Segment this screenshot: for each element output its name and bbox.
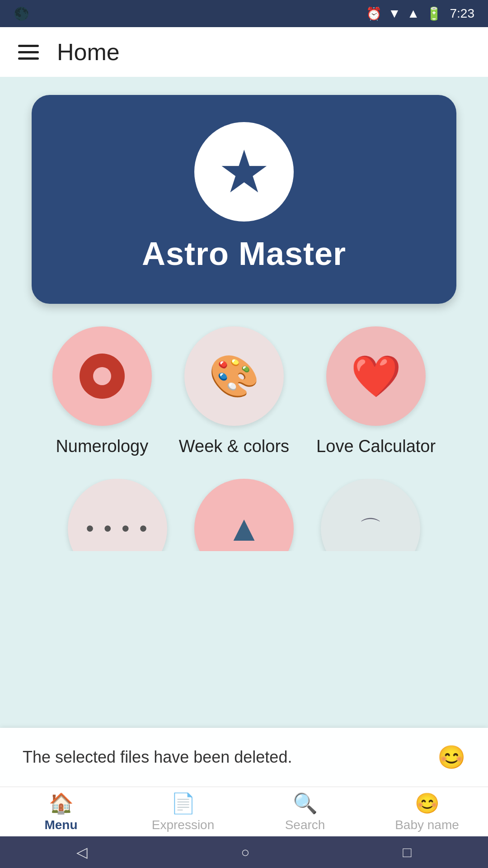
nav-label-search: Search (285, 818, 325, 832)
top-bar: Home (0, 27, 488, 77)
circle-outline-icon: ⌒ (359, 514, 382, 544)
status-bar: 🌑 ⏰ ▼ ▲ 🔋 7:23 (0, 0, 488, 27)
gear-inner (93, 367, 111, 385)
back-button[interactable]: ◁ (76, 844, 88, 861)
clock-time: 7:23 (450, 6, 475, 21)
partial-circle-3[interactable]: ⌒ (321, 479, 420, 551)
numerology-circle (52, 326, 152, 426)
snackbar-emoji: 😊 (437, 744, 465, 770)
feature-item-love-calculator[interactable]: ❤️ Love Calculator (316, 326, 436, 456)
page-title: Home (57, 38, 120, 66)
gear-icon (80, 354, 125, 399)
system-nav: ◁ ○ □ (0, 836, 488, 868)
love-calc-label: Love Calculator (316, 437, 436, 456)
status-right: ⏰ ▼ ▲ 🔋 7:23 (366, 6, 474, 21)
bottom-nav: 🏠 Menu 📄 Expression 🔍 Search 😊 Baby name (0, 787, 488, 836)
dots-icon: • • • • (86, 515, 149, 542)
partial-circle-1[interactable]: • • • • (68, 479, 167, 551)
recent-button[interactable]: □ (403, 844, 411, 861)
status-icons: ⏰ ▼ ▲ 🔋 (366, 6, 441, 21)
love-calc-circle: ❤️ (326, 326, 426, 426)
hamburger-line-2 (18, 51, 39, 53)
nav-item-menu[interactable]: 🏠 Menu (0, 792, 122, 832)
snackbar-message: The selected files have been deleted. (23, 748, 292, 767)
nav-label-baby-name: Baby name (395, 818, 459, 832)
status-left: 🌑 (14, 6, 29, 21)
heart-icon: ❤️ (351, 353, 401, 400)
nav-item-baby-name[interactable]: 😊 Baby name (366, 792, 488, 832)
nav-item-expression[interactable]: 📄 Expression (122, 792, 244, 832)
star-icon: ★ (218, 142, 271, 201)
hero-title: Astro Master (142, 235, 346, 272)
wifi-icon: ▼ (388, 6, 401, 21)
feature-grid-partial: • • • • ▲ ⌒ (18, 479, 470, 551)
alarm-icon: ⏰ (366, 6, 382, 21)
week-colors-label: Week & colors (179, 437, 289, 456)
moon-icon: 🌑 (14, 6, 29, 21)
hamburger-line-1 (18, 45, 39, 47)
numerology-label: Numerology (56, 437, 148, 456)
arrow-up-icon: ▲ (226, 508, 262, 549)
search-icon: 🔍 (293, 792, 318, 815)
baby-icon: 😊 (415, 792, 440, 815)
hamburger-line-3 (18, 57, 39, 60)
home-button[interactable]: ○ (241, 844, 249, 861)
nav-item-search[interactable]: 🔍 Search (244, 792, 366, 832)
battery-icon: 🔋 (426, 6, 442, 21)
nav-label-menu: Menu (44, 818, 77, 832)
signal-icon: ▲ (407, 6, 420, 21)
hero-star-circle: ★ (194, 122, 294, 222)
partial-circle-2[interactable]: ▲ (194, 479, 294, 551)
feature-item-numerology[interactable]: Numerology (52, 326, 152, 456)
hamburger-icon[interactable] (18, 45, 39, 60)
nav-label-expression: Expression (152, 818, 215, 832)
home-icon: 🏠 (49, 792, 74, 815)
palette-icon: 🎨 (209, 353, 259, 400)
hero-card[interactable]: ★ Astro Master (32, 95, 456, 304)
week-colors-circle: 🎨 (184, 326, 284, 426)
feature-grid: Numerology 🎨 Week & colors ❤️ Love Calcu… (18, 326, 470, 456)
feature-item-week-colors[interactable]: 🎨 Week & colors (179, 326, 289, 456)
expression-icon: 📄 (171, 792, 196, 815)
snackbar: The selected files have been deleted. 😊 (0, 728, 488, 787)
